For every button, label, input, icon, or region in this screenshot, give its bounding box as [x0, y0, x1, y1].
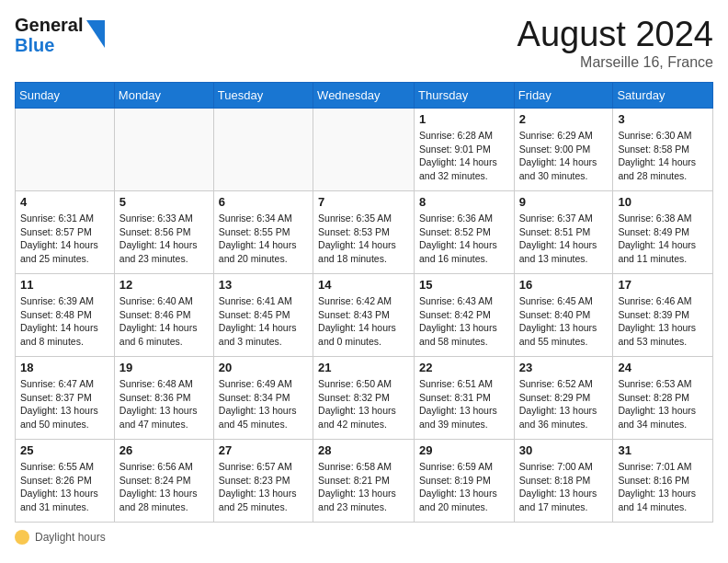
- date-number: 4: [20, 195, 109, 209]
- calendar-cell: 29Sunrise: 6:59 AM Sunset: 8:19 PM Dayli…: [415, 440, 515, 523]
- cell-info: Sunrise: 6:34 AM Sunset: 8:55 PM Dayligh…: [219, 212, 308, 266]
- calendar-table: SundayMondayTuesdayWednesdayThursdayFrid…: [15, 82, 713, 523]
- calendar-header-row: SundayMondayTuesdayWednesdayThursdayFrid…: [16, 83, 713, 109]
- date-number: 23: [519, 361, 609, 374]
- cell-info: Sunrise: 6:42 AM Sunset: 8:43 PM Dayligh…: [318, 294, 409, 349]
- calendar-cell: 17Sunrise: 6:46 AM Sunset: 8:39 PM Dayli…: [613, 274, 713, 357]
- cell-info: Sunrise: 6:35 AM Sunset: 8:53 PM Dayligh…: [318, 212, 409, 266]
- date-number: 28: [318, 443, 409, 457]
- header: General Blue August 2024 Marseille 16, F…: [15, 15, 713, 71]
- month-title: August 2024: [518, 15, 713, 54]
- logo-blue: Blue: [15, 35, 83, 55]
- cell-info: Sunrise: 6:31 AM Sunset: 8:57 PM Dayligh…: [20, 212, 109, 266]
- cell-info: Sunrise: 7:01 AM Sunset: 8:16 PM Dayligh…: [618, 460, 708, 514]
- date-number: 19: [119, 361, 209, 374]
- day-header-saturday: Saturday: [613, 83, 713, 109]
- calendar-cell: 7Sunrise: 6:35 AM Sunset: 8:53 PM Daylig…: [313, 191, 415, 274]
- calendar-cell: 31Sunrise: 7:01 AM Sunset: 8:16 PM Dayli…: [613, 440, 713, 523]
- cell-info: Sunrise: 6:45 AM Sunset: 8:40 PM Dayligh…: [519, 294, 609, 349]
- calendar-cell: [313, 109, 415, 191]
- cell-info: Sunrise: 6:58 AM Sunset: 8:21 PM Dayligh…: [318, 460, 409, 514]
- cell-info: Sunrise: 6:46 AM Sunset: 8:39 PM Dayligh…: [618, 294, 708, 349]
- calendar-cell: 9Sunrise: 6:37 AM Sunset: 8:51 PM Daylig…: [514, 191, 613, 274]
- date-number: 26: [119, 443, 209, 457]
- date-number: 11: [20, 278, 109, 292]
- cell-info: Sunrise: 6:30 AM Sunset: 8:58 PM Dayligh…: [618, 129, 708, 183]
- calendar-cell: 10Sunrise: 6:38 AM Sunset: 8:49 PM Dayli…: [613, 191, 713, 274]
- calendar-cell: 20Sunrise: 6:49 AM Sunset: 8:34 PM Dayli…: [213, 357, 313, 440]
- calendar-cell: 28Sunrise: 6:58 AM Sunset: 8:21 PM Dayli…: [313, 440, 415, 523]
- logo: General Blue: [15, 15, 105, 55]
- date-number: 15: [419, 278, 509, 292]
- cell-info: Sunrise: 7:00 AM Sunset: 8:18 PM Dayligh…: [519, 460, 609, 514]
- date-number: 6: [219, 195, 308, 209]
- location-title: Marseille 16, France: [518, 54, 713, 71]
- calendar-cell: 23Sunrise: 6:52 AM Sunset: 8:29 PM Dayli…: [514, 357, 613, 440]
- svg-marker-0: [86, 20, 105, 48]
- calendar-cell: 14Sunrise: 6:42 AM Sunset: 8:43 PM Dayli…: [313, 274, 415, 357]
- date-number: 22: [419, 361, 509, 374]
- date-number: 10: [618, 195, 708, 209]
- week-row-3: 18Sunrise: 6:47 AM Sunset: 8:37 PM Dayli…: [16, 357, 713, 440]
- date-number: 18: [20, 361, 109, 374]
- date-number: 17: [618, 278, 708, 292]
- day-header-thursday: Thursday: [415, 83, 515, 109]
- date-number: 21: [318, 361, 409, 374]
- date-number: 29: [419, 443, 509, 457]
- week-row-4: 25Sunrise: 6:55 AM Sunset: 8:26 PM Dayli…: [16, 440, 713, 523]
- cell-info: Sunrise: 6:29 AM Sunset: 9:00 PM Dayligh…: [519, 129, 609, 183]
- calendar-cell: 13Sunrise: 6:41 AM Sunset: 8:45 PM Dayli…: [213, 274, 313, 357]
- calendar-cell: 8Sunrise: 6:36 AM Sunset: 8:52 PM Daylig…: [415, 191, 515, 274]
- date-number: 7: [318, 195, 409, 209]
- calendar-cell: 4Sunrise: 6:31 AM Sunset: 8:57 PM Daylig…: [16, 191, 115, 274]
- cell-info: Sunrise: 6:41 AM Sunset: 8:45 PM Dayligh…: [219, 294, 308, 349]
- cell-info: Sunrise: 6:33 AM Sunset: 8:56 PM Dayligh…: [119, 212, 209, 266]
- date-number: 2: [519, 112, 609, 126]
- footer-note: Daylight hours: [15, 530, 713, 545]
- day-header-friday: Friday: [514, 83, 613, 109]
- cell-info: Sunrise: 6:59 AM Sunset: 8:19 PM Dayligh…: [419, 460, 509, 514]
- day-header-sunday: Sunday: [16, 83, 115, 109]
- cell-info: Sunrise: 6:47 AM Sunset: 8:37 PM Dayligh…: [20, 377, 109, 431]
- date-number: 25: [20, 443, 109, 457]
- calendar-cell: 6Sunrise: 6:34 AM Sunset: 8:55 PM Daylig…: [213, 191, 313, 274]
- cell-info: Sunrise: 6:52 AM Sunset: 8:29 PM Dayligh…: [519, 377, 609, 431]
- cell-info: Sunrise: 6:39 AM Sunset: 8:48 PM Dayligh…: [20, 294, 109, 349]
- cell-info: Sunrise: 6:49 AM Sunset: 8:34 PM Dayligh…: [219, 377, 308, 431]
- cell-info: Sunrise: 6:53 AM Sunset: 8:28 PM Dayligh…: [618, 377, 708, 431]
- calendar-cell: 16Sunrise: 6:45 AM Sunset: 8:40 PM Dayli…: [514, 274, 613, 357]
- cell-info: Sunrise: 6:57 AM Sunset: 8:23 PM Dayligh…: [219, 460, 308, 514]
- calendar-cell: 5Sunrise: 6:33 AM Sunset: 8:56 PM Daylig…: [114, 191, 213, 274]
- calendar-cell: 2Sunrise: 6:29 AM Sunset: 9:00 PM Daylig…: [514, 109, 613, 191]
- calendar-cell: 3Sunrise: 6:30 AM Sunset: 8:58 PM Daylig…: [613, 109, 713, 191]
- calendar-cell: 24Sunrise: 6:53 AM Sunset: 8:28 PM Dayli…: [613, 357, 713, 440]
- cell-info: Sunrise: 6:55 AM Sunset: 8:26 PM Dayligh…: [20, 460, 109, 514]
- calendar-cell: 15Sunrise: 6:43 AM Sunset: 8:42 PM Dayli…: [415, 274, 515, 357]
- cell-info: Sunrise: 6:28 AM Sunset: 9:01 PM Dayligh…: [419, 129, 509, 183]
- logo-triangle-icon: [86, 20, 105, 52]
- day-header-wednesday: Wednesday: [313, 83, 415, 109]
- calendar-cell: 22Sunrise: 6:51 AM Sunset: 8:31 PM Dayli…: [415, 357, 515, 440]
- cell-info: Sunrise: 6:37 AM Sunset: 8:51 PM Dayligh…: [519, 212, 609, 266]
- calendar-cell: 30Sunrise: 7:00 AM Sunset: 8:18 PM Dayli…: [514, 440, 613, 523]
- day-header-tuesday: Tuesday: [213, 83, 313, 109]
- date-number: 8: [419, 195, 509, 209]
- cell-info: Sunrise: 6:50 AM Sunset: 8:32 PM Dayligh…: [318, 377, 409, 431]
- logo-general: General: [15, 15, 83, 35]
- daylight-label: Daylight hours: [35, 531, 106, 544]
- calendar-cell: [16, 109, 115, 191]
- calendar-cell: 21Sunrise: 6:50 AM Sunset: 8:32 PM Dayli…: [313, 357, 415, 440]
- date-number: 14: [318, 278, 409, 292]
- day-header-monday: Monday: [114, 83, 213, 109]
- date-number: 9: [519, 195, 609, 209]
- date-number: 3: [618, 112, 708, 126]
- calendar-cell: 19Sunrise: 6:48 AM Sunset: 8:36 PM Dayli…: [114, 357, 213, 440]
- calendar-cell: [114, 109, 213, 191]
- week-row-0: 1Sunrise: 6:28 AM Sunset: 9:01 PM Daylig…: [16, 109, 713, 191]
- calendar-cell: 26Sunrise: 6:56 AM Sunset: 8:24 PM Dayli…: [114, 440, 213, 523]
- date-number: 20: [219, 361, 308, 374]
- calendar-cell: [213, 109, 313, 191]
- date-number: 5: [119, 195, 209, 209]
- date-number: 27: [219, 443, 308, 457]
- week-row-2: 11Sunrise: 6:39 AM Sunset: 8:48 PM Dayli…: [16, 274, 713, 357]
